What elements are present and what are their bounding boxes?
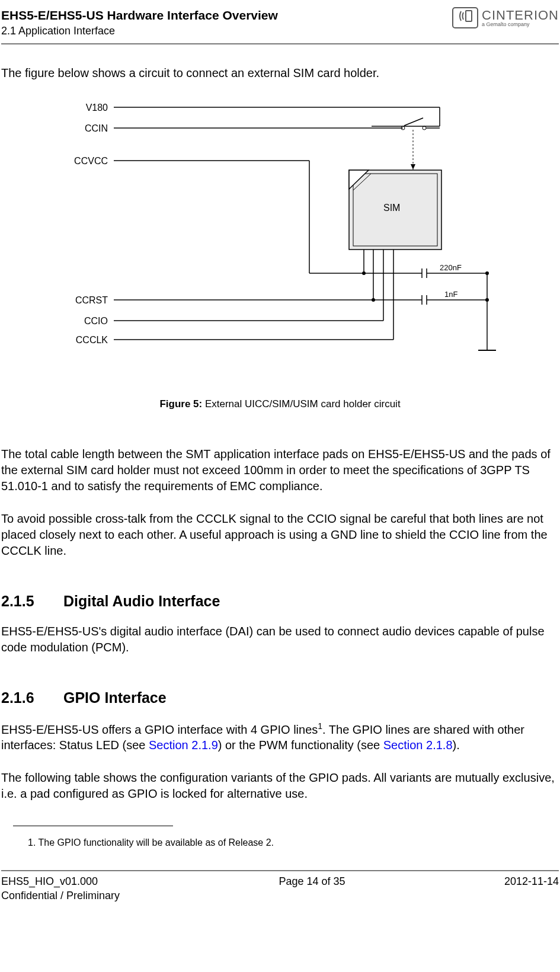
- link-section-219[interactable]: Section 2.1.9: [149, 738, 218, 752]
- paragraph-crosstalk: To avoid possible cross-talk from the CC…: [1, 511, 559, 559]
- logo-brand: CINTERION: [482, 9, 559, 22]
- svg-point-7: [423, 126, 426, 130]
- section-number-215: 2.1.5: [1, 591, 63, 611]
- paragraph-cable-length: The total cable length between the SMT a…: [1, 446, 559, 494]
- signal-icon: [456, 9, 474, 27]
- circuit-diagram: V180 CCIN CCVCC CCRST CCIO CCCLK SIM 220…: [1, 95, 559, 380]
- footnote-rule: [13, 826, 173, 826]
- gpio-text-end: ).: [453, 738, 460, 752]
- figure-number: Figure 5:: [159, 398, 202, 410]
- section-title-215: Digital Audio Interface: [63, 593, 220, 609]
- gpio-text-mid2: ) or the PWM functionality (see: [218, 738, 383, 752]
- label-ccvcc: CCVCC: [65, 155, 108, 168]
- footer-date: 2012-11-14: [504, 875, 559, 903]
- label-ccclk: CCCLK: [66, 334, 108, 347]
- label-ccin: CCIN: [72, 123, 108, 135]
- section-title-216: GPIO Interface: [63, 689, 167, 706]
- footnote-ref: 1: [318, 721, 322, 731]
- paragraph-gpio-config: The following table shows the configurat…: [1, 770, 559, 802]
- footer-doc-id: EHS5_HIO_v01.000: [1, 875, 120, 888]
- page-header: EHS5-E/EHS5-US Hardware Interface Overvi…: [1, 0, 559, 44]
- logo-icon: [452, 7, 478, 28]
- paragraph-gpio-intro: EHS5-E/EHS5-US offers a GPIO interface w…: [1, 721, 559, 754]
- figure-caption: Figure 5: External UICC/SIM/USIM card ho…: [1, 398, 559, 411]
- heading-gpio: 2.1.6GPIO Interface: [1, 688, 559, 708]
- heading-digital-audio: 2.1.5Digital Audio Interface: [1, 591, 559, 611]
- link-section-218[interactable]: Section 2.1.8: [383, 738, 453, 752]
- svg-rect-0: [466, 11, 472, 21]
- label-ccrst: CCRST: [65, 295, 108, 307]
- figure-text: External UICC/SIM/USIM card holder circu…: [202, 398, 400, 410]
- intro-paragraph: The figure below shows a circuit to conn…: [1, 65, 559, 81]
- logo-tagline: a Gemalto company: [482, 22, 559, 27]
- label-1nf: 1nF: [444, 290, 457, 300]
- footer-left: EHS5_HIO_v01.000 Confidential / Prelimin…: [1, 875, 120, 903]
- svg-marker-10: [411, 164, 415, 170]
- label-sim: SIM: [383, 202, 400, 215]
- header-left: EHS5-E/EHS5-US Hardware Interface Overvi…: [1, 7, 452, 39]
- gpio-text-pre: EHS5-E/EHS5-US offers a GPIO interface w…: [1, 722, 318, 736]
- svg-line-6: [404, 118, 423, 126]
- section-number-216: 2.1.6: [1, 688, 63, 708]
- doc-subtitle: 2.1 Application Interface: [1, 24, 452, 38]
- footer-page-number: Page 14 of 35: [279, 875, 345, 903]
- footnote-1: 1. The GPIO functionality will be availa…: [28, 837, 559, 849]
- company-logo: CINTERION a Gemalto company: [452, 7, 559, 28]
- footer-confidential: Confidential / Preliminary: [1, 889, 120, 903]
- label-220nf: 220nF: [440, 263, 462, 273]
- paragraph-dai: EHS5-E/EHS5-US's digital audio interface…: [1, 624, 559, 656]
- page-footer: EHS5_HIO_v01.000 Confidential / Prelimin…: [1, 870, 559, 903]
- label-ccio: CCIO: [72, 315, 108, 328]
- logo-text: CINTERION a Gemalto company: [482, 9, 559, 27]
- label-v180: V180: [72, 102, 108, 114]
- doc-title: EHS5-E/EHS5-US Hardware Interface Overvi…: [1, 7, 452, 23]
